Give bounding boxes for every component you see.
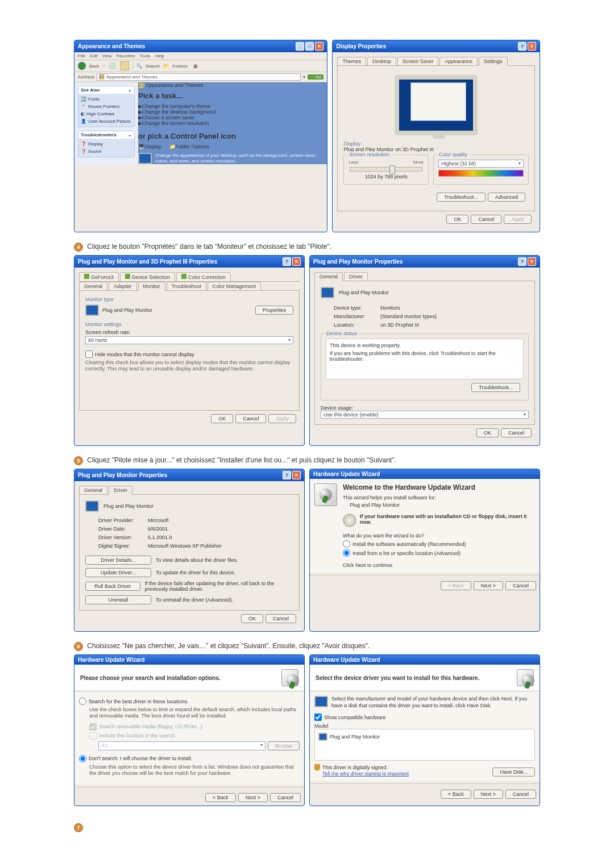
troubleshoot-button[interactable]: Troubleshoot... (471, 383, 520, 392)
next-button[interactable]: Next > (474, 790, 503, 799)
uninstall-button[interactable]: Uninstall (85, 595, 151, 604)
tab-color-correction[interactable]: Color Correction (176, 272, 231, 281)
browse-button[interactable]: Browse (268, 741, 300, 750)
chk-compatible[interactable]: Show compatible hardware (314, 713, 535, 721)
menu-tools[interactable]: Tools (140, 53, 151, 59)
close-button[interactable]: ✕ (528, 257, 536, 266)
sidebar-item-contrast[interactable]: ◐High Contrast (81, 110, 132, 118)
task-change-theme[interactable]: ▶Change the computer's theme (138, 103, 327, 109)
cancel-button[interactable]: Cancel (265, 614, 296, 623)
cancel-button[interactable]: Cancel (270, 793, 301, 802)
back-icon[interactable] (78, 62, 86, 70)
task-change-background[interactable]: ▶Change the desktop background (138, 109, 327, 115)
cancel-button[interactable]: Cancel (505, 790, 536, 799)
go-button[interactable]: → Go (308, 74, 324, 80)
tab-settings[interactable]: Settings (479, 57, 508, 66)
sidebar-item-fonts[interactable]: 🔤Fonts (81, 95, 132, 103)
next-button[interactable]: Next > (474, 581, 503, 590)
sidebar-item-account-pic[interactable]: 👤User Account Picture (81, 118, 132, 125)
radio-advanced[interactable]: Install from a list or specific location… (343, 549, 535, 557)
resolution-slider[interactable] (350, 167, 422, 172)
collapse-icon[interactable]: ⌄ (128, 132, 132, 137)
tab-general[interactable]: General (79, 486, 107, 494)
maximize-button[interactable]: □ (305, 42, 314, 51)
radio-auto[interactable]: Install the software automatically (Reco… (343, 540, 535, 548)
next-button[interactable]: Next > (238, 793, 268, 802)
folders-icon[interactable]: 📁 (163, 64, 169, 69)
cancel-button[interactable]: Cancel (471, 215, 501, 224)
up-icon[interactable] (120, 61, 129, 70)
troubleshooters-header[interactable]: Troubleshooters⌄ (78, 131, 134, 139)
sidebar-item-mouse[interactable]: 🖱️Mouse Pointers (81, 103, 132, 110)
back-button[interactable]: < Back (441, 790, 471, 799)
collapse-icon[interactable]: ⌄ (128, 87, 132, 93)
properties-button[interactable]: Properties (255, 306, 293, 315)
apply-button[interactable]: Apply (268, 414, 296, 423)
radio-dont-search[interactable]: Don't search. I will choose the driver t… (79, 755, 300, 762)
apply-button[interactable]: Apply (504, 215, 532, 224)
tab-adapter[interactable]: Adapter (109, 282, 137, 290)
close-button[interactable]: ✕ (292, 471, 301, 479)
sidebar-item-display[interactable]: ❓Display (81, 140, 132, 148)
search-button[interactable]: Search (146, 64, 160, 69)
help-button[interactable]: ? (283, 257, 291, 266)
tab-themes[interactable]: Themes (337, 57, 366, 65)
tab-monitor[interactable]: Monitor (138, 282, 165, 291)
cp-folder-options[interactable]: 📁Folder Options (169, 144, 209, 149)
minimize-button[interactable]: _ (296, 42, 304, 51)
advanced-button[interactable]: Advanced (488, 193, 525, 202)
tab-general[interactable]: General (79, 282, 107, 290)
menu-edit[interactable]: Edit (90, 53, 98, 59)
troubleshoot-button[interactable]: Troubleshoot... (437, 193, 486, 202)
cancel-button[interactable]: Cancel (235, 414, 266, 423)
driver-details-button[interactable]: Driver Details... (85, 556, 151, 565)
back-button[interactable]: < Back (441, 581, 471, 590)
task-screen-saver[interactable]: ▶Choose a screen saver (138, 115, 327, 120)
refresh-rate-select[interactable]: 60 Hertz▾ (85, 336, 293, 344)
help-button[interactable]: ? (518, 257, 526, 266)
tab-geforce3[interactable]: GeForce3 (79, 272, 119, 281)
radio-search-best[interactable]: Search for the best driver in these loca… (79, 698, 300, 705)
menu-favorites[interactable]: Favorites (117, 53, 135, 59)
cancel-button[interactable]: Cancel (501, 428, 532, 437)
tab-device-selection[interactable]: Device Selection (120, 272, 175, 281)
chk-removable-media[interactable]: Search removable media (floppy, CD-ROM..… (89, 723, 300, 731)
tab-appearance[interactable]: Appearance (439, 57, 478, 65)
help-button[interactable]: ? (283, 471, 291, 479)
model-list-item[interactable]: Plug and Play Monitor (318, 733, 531, 741)
folders-button[interactable]: Folders (172, 64, 188, 69)
help-button[interactable]: ? (518, 42, 526, 51)
ok-button[interactable]: OK (476, 428, 499, 437)
tab-driver[interactable]: Driver (109, 486, 132, 495)
color-quality-select[interactable]: Highest (32 bit)▾ (438, 160, 524, 168)
search-icon[interactable]: 🔍 (136, 64, 142, 69)
update-driver-button[interactable]: Update Driver... (85, 568, 151, 577)
sidebar-item-sound[interactable]: ❓Sound (81, 148, 132, 155)
device-usage-select[interactable]: Use this device (enable)▾ (321, 411, 529, 419)
see-also-header[interactable]: See Also⌄ (78, 86, 134, 94)
close-button[interactable]: ✕ (315, 42, 323, 51)
ok-button[interactable]: OK (446, 215, 468, 224)
have-disk-button[interactable]: Have Disk... (492, 767, 535, 777)
menu-view[interactable]: View (102, 53, 112, 59)
ok-button[interactable]: OK (211, 414, 233, 423)
close-button[interactable]: ✕ (528, 42, 536, 51)
tab-troubleshoot[interactable]: Troubleshoot (167, 282, 206, 290)
cp-display[interactable]: 🖥️Display (138, 144, 161, 149)
menu-file[interactable]: File (78, 53, 85, 59)
ok-button[interactable]: OK (241, 614, 263, 623)
menu-help[interactable]: Help (155, 53, 164, 59)
model-list[interactable]: Plug and Play Monitor (314, 729, 535, 761)
back-button[interactable]: Back (89, 64, 99, 69)
views-icon[interactable]: ▦ (193, 64, 198, 69)
back-button[interactable]: < Back (205, 793, 236, 802)
tab-general[interactable]: General (314, 272, 343, 281)
cancel-button[interactable]: Cancel (505, 581, 536, 590)
tab-color-management[interactable]: Color Management (208, 282, 262, 290)
hide-modes-checkbox[interactable]: Hide modes that this monitor cannot disp… (85, 350, 293, 358)
roll-back-driver-button[interactable]: Roll Back Driver (85, 582, 140, 591)
chk-include-location[interactable]: Include this location in the search: (89, 732, 300, 740)
location-path-select[interactable]: A:\▾ (98, 741, 265, 750)
close-button[interactable]: ✕ (292, 257, 301, 266)
task-resolution[interactable]: ▶Change the screen resolution (138, 120, 327, 126)
